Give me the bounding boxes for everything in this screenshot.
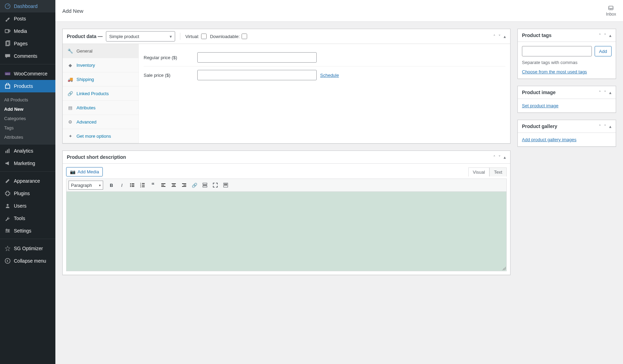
content-area: Product data — Simple product Virtual: D… [55,22,623,282]
sidebar-item-woocommerce[interactable]: woo WooCommerce [0,67,55,80]
tags-input[interactable] [522,46,592,56]
submenu-tags[interactable]: Tags [0,123,55,133]
move-up-icon[interactable]: ˄ [599,33,601,38]
sidebar-item-users[interactable]: Users [0,200,55,212]
panel-header: Product tags ˄ ˅ ▴ [518,29,616,42]
product-type-select[interactable]: Simple product [106,31,175,42]
regular-price-input[interactable] [197,52,317,63]
add-media-button[interactable]: 📷 Add Media [66,167,103,176]
product-tags-panel: Product tags ˄ ˅ ▴ Add Separate tags wit… [517,29,616,79]
format-value: Paragraph [71,183,92,188]
tab-linked-products[interactable]: 🔗 Linked Products [63,87,138,101]
virtual-checkbox-wrap[interactable]: Virtual: [185,34,206,39]
sidebar-item-analytics[interactable]: Analytics [0,145,55,157]
set-product-image-link[interactable]: Set product image [522,103,559,108]
svg-point-23 [130,186,131,187]
svg-rect-14 [6,232,10,233]
move-down-icon[interactable]: ˅ [604,90,606,95]
add-tag-button[interactable]: Add [595,46,612,56]
tab-shipping[interactable]: 🚚 Shipping [63,72,138,87]
move-down-icon[interactable]: ˅ [498,34,501,39]
sidebar-item-plugins[interactable]: Plugins [0,187,55,200]
move-up-icon[interactable]: ˄ [493,155,496,160]
svg-rect-32 [161,185,164,185]
align-right-button[interactable] [179,180,189,190]
move-up-icon[interactable]: ˄ [599,90,601,95]
tab-inventory[interactable]: ◆ Inventory [63,58,138,72]
downloadable-checkbox[interactable] [242,34,247,39]
svg-rect-13 [6,230,10,231]
toggle-panel-icon[interactable]: ▴ [504,34,506,39]
toggle-panel-icon[interactable]: ▴ [504,155,506,160]
users-icon [4,202,11,209]
align-center-button[interactable] [169,180,179,190]
numbered-list-button[interactable]: 123 [138,180,147,190]
move-up-icon[interactable]: ˄ [599,124,601,129]
editor-content-area[interactable] [66,192,507,271]
move-down-icon[interactable]: ˅ [604,33,606,38]
sidebar-item-products[interactable]: Products [0,80,55,92]
svg-rect-47 [224,185,225,185]
visual-tab[interactable]: Visual [468,167,489,176]
sidebar-label: Marketing [14,161,35,166]
tab-label: General [76,48,92,54]
sidebar-item-dashboard[interactable]: Dashboard [0,0,55,12]
text-tab[interactable]: Text [489,167,507,176]
bold-button[interactable]: B [107,180,116,190]
inbox-button[interactable]: Inbox [606,5,616,17]
blockquote-button[interactable]: “ [148,180,158,190]
top-bar: Add New Inbox [55,0,623,22]
sidebar-item-media[interactable]: Media [0,25,55,37]
toggle-panel-icon[interactable]: ▴ [609,33,612,38]
svg-rect-10 [9,149,10,153]
sidebar-item-posts[interactable]: Posts [0,12,55,25]
product-data-fields: Regular price ($) Sale price ($) Schedul… [139,44,510,143]
schedule-link[interactable]: Schedule [320,73,339,78]
sidebar-item-comments[interactable]: Comments [0,50,55,62]
sidebar-item-pages[interactable]: Pages [0,37,55,50]
sidebar-item-marketing[interactable]: Marketing [0,157,55,170]
panel-handle-actions: ˄ ˅ ▴ [493,155,506,160]
move-up-icon[interactable]: ˄ [493,34,496,39]
tab-general[interactable]: 🔧 General [63,44,138,58]
downloadable-checkbox-wrap[interactable]: Downloadable: [210,34,247,39]
submenu-add-new[interactable]: Add New [0,104,55,114]
submenu-all-products[interactable]: All Products [0,95,55,104]
format-select[interactable]: Paragraph [69,181,103,190]
fullscreen-button[interactable] [210,180,220,190]
virtual-checkbox[interactable] [201,34,207,39]
toggle-panel-icon[interactable]: ▴ [609,124,612,129]
sidebar-item-collapse[interactable]: Collapse menu [0,255,55,267]
read-more-button[interactable] [200,180,210,190]
italic-button[interactable]: I [117,180,127,190]
truck-icon: 🚚 [67,76,73,82]
sidebar-item-sg-optimizer[interactable]: SG Optimizer [0,242,55,255]
add-gallery-images-link[interactable]: Add product gallery images [522,137,577,142]
sale-price-input[interactable] [197,70,317,80]
sidebar-label: Tools [14,216,25,221]
add-media-label: Add Media [78,169,99,174]
insert-link-button[interactable]: 🔗 [190,180,199,190]
marketing-icon [4,160,11,167]
submenu-attributes[interactable]: Attributes [0,133,55,142]
submenu-categories[interactable]: Categories [0,114,55,123]
svg-text:woo: woo [5,73,10,75]
tab-attributes[interactable]: ▤ Attributes [63,101,138,115]
toggle-panel-icon[interactable]: ▴ [609,90,612,95]
sidebar-item-tools[interactable]: Tools [0,212,55,225]
bullet-list-button[interactable] [127,180,137,190]
move-down-icon[interactable]: ˅ [604,124,606,129]
choose-tags-link[interactable]: Choose from the most used tags [522,69,587,74]
svg-rect-42 [203,186,207,187]
tab-advanced[interactable]: ⚙ Advanced [63,115,138,129]
toolbar-toggle-button[interactable] [221,180,231,190]
svg-rect-33 [161,186,165,187]
short-description-header: Product short description ˄ ˅ ▴ [63,151,510,164]
tab-get-more[interactable]: ✦ Get more options [63,129,138,143]
editor-mode-tabs: Visual Text [468,167,507,176]
panel-body: Add product gallery images [518,133,616,146]
align-left-button[interactable] [159,180,168,190]
sidebar-item-appearance[interactable]: Appearance [0,175,55,187]
sidebar-item-settings[interactable]: Settings [0,225,55,237]
move-down-icon[interactable]: ˅ [498,155,501,160]
